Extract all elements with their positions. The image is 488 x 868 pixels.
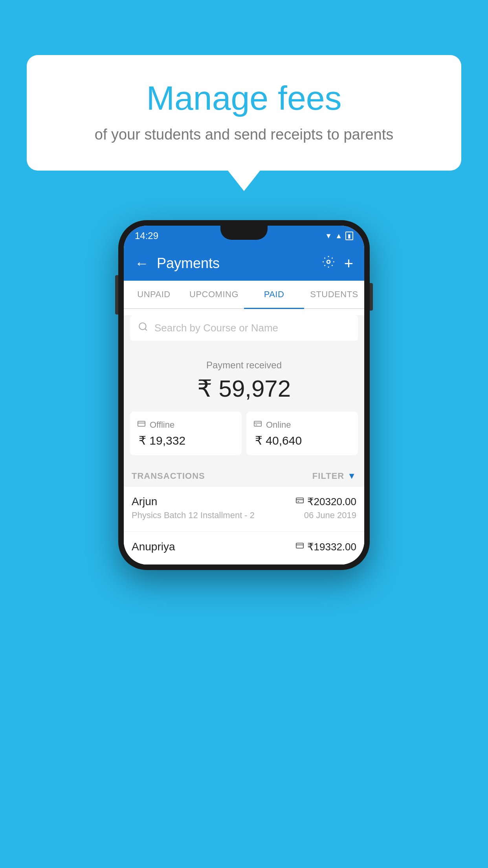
online-card-header: Online — [253, 419, 351, 430]
main-content: Search by Course or Name Payment receive… — [124, 315, 364, 565]
transaction-amount: ₹20320.00 — [295, 496, 356, 508]
settings-icon[interactable] — [322, 256, 335, 271]
svg-rect-8 — [296, 498, 303, 503]
online-pay-icon — [295, 496, 304, 507]
offline-card: Offline ₹ 19,332 — [130, 412, 242, 455]
filter-label: FILTER — [312, 471, 344, 481]
transaction-item[interactable]: Anupriya ₹19332.00 — [124, 532, 364, 565]
tab-unpaid[interactable]: UNPAID — [124, 281, 184, 308]
transactions-header: TRANSACTIONS FILTER ▼ — [124, 463, 364, 487]
transaction-name: Arjun — [132, 495, 157, 508]
offline-card-header: Offline — [137, 419, 235, 430]
svg-line-2 — [145, 329, 147, 331]
bubble-title: Manage fees — [58, 79, 430, 118]
amount-value: ₹20320.00 — [307, 496, 356, 508]
online-card: Online ₹ 40,640 — [246, 412, 358, 455]
speech-bubble-container: Manage fees of your students and send re… — [27, 55, 461, 171]
phone-notch — [220, 226, 268, 240]
payment-total-amount: ₹ 59,972 — [130, 375, 358, 402]
speech-bubble: Manage fees of your students and send re… — [27, 55, 461, 171]
svg-rect-3 — [138, 421, 145, 427]
status-bar: 14:29 ▼ ▲ ▮ — [124, 226, 364, 246]
transaction-list: Arjun ₹20320.00 — [124, 487, 364, 565]
header-actions: + — [322, 255, 353, 272]
transaction-detail: Physics Batch 12 Installment - 2 — [132, 510, 255, 520]
transaction-detail-row-1: Physics Batch 12 Installment - 2 06 June… — [132, 510, 356, 520]
page-title: Payments — [157, 255, 314, 272]
svg-point-0 — [327, 260, 330, 263]
battery-icon: ▮ — [345, 232, 353, 240]
transaction-name: Anupriya — [132, 541, 175, 553]
svg-rect-5 — [254, 421, 261, 427]
status-icons: ▼ ▲ ▮ — [325, 232, 353, 240]
online-amount: ₹ 40,640 — [255, 434, 351, 447]
search-icon — [138, 322, 148, 335]
filter-button[interactable]: FILTER ▼ — [312, 471, 356, 481]
signal-icon: ▲ — [335, 232, 342, 240]
phone-screen: 14:29 ▼ ▲ ▮ ← Payments — [124, 226, 364, 565]
transaction-item[interactable]: Arjun ₹20320.00 — [124, 487, 364, 532]
offline-amount: ₹ 19,332 — [139, 434, 235, 447]
status-time: 14:29 — [135, 230, 158, 241]
transaction-row-2: Anupriya ₹19332.00 — [132, 541, 356, 553]
phone-outer: 14:29 ▼ ▲ ▮ ← Payments — [118, 220, 370, 570]
payment-received-label: Payment received — [130, 360, 358, 371]
svg-point-1 — [139, 323, 146, 329]
app-header: ← Payments + — [124, 246, 364, 281]
tab-upcoming[interactable]: UPCOMING — [184, 281, 244, 308]
payment-cards: Offline ₹ 19,332 — [124, 412, 364, 463]
online-icon — [253, 419, 262, 430]
amount-value: ₹19332.00 — [307, 541, 356, 553]
phone-mockup: 14:29 ▼ ▲ ▮ ← Payments — [118, 220, 370, 570]
transaction-date: 06 June 2019 — [304, 510, 356, 520]
online-label: Online — [266, 420, 291, 430]
bubble-subtitle: of your students and send receipts to pa… — [58, 126, 430, 143]
search-bar[interactable]: Search by Course or Name — [130, 315, 358, 341]
wifi-icon: ▼ — [325, 232, 332, 240]
transactions-label: TRANSACTIONS — [132, 471, 205, 481]
svg-rect-11 — [296, 543, 303, 548]
payment-summary: Payment received ₹ 59,972 — [124, 347, 364, 412]
tab-paid[interactable]: PAID — [244, 281, 304, 308]
tabs: UNPAID UPCOMING PAID STUDENTS — [124, 281, 364, 309]
offline-pay-icon — [295, 541, 304, 552]
add-icon[interactable]: + — [344, 255, 353, 272]
search-placeholder-text: Search by Course or Name — [154, 322, 278, 334]
transaction-row-1: Arjun ₹20320.00 — [132, 495, 356, 508]
transaction-amount: ₹19332.00 — [295, 541, 356, 553]
offline-label: Offline — [150, 420, 174, 430]
tab-students[interactable]: STUDENTS — [304, 281, 364, 308]
filter-icon: ▼ — [347, 471, 356, 481]
back-button[interactable]: ← — [135, 255, 149, 272]
offline-icon — [137, 419, 146, 430]
